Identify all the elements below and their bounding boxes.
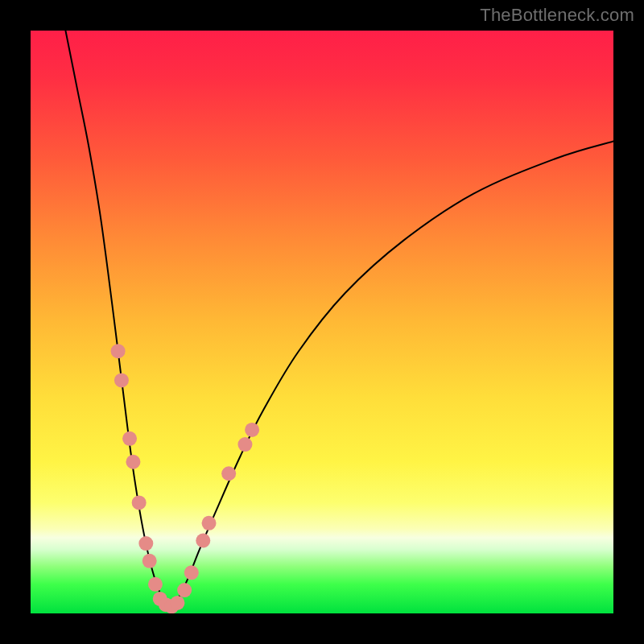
marker-dot	[184, 565, 199, 580]
marker-dot	[132, 495, 147, 510]
marker-dot	[111, 344, 126, 358]
chart-frame: TheBottleneck.com	[0, 0, 644, 644]
marker-dot	[126, 455, 140, 469]
marker-dot	[138, 536, 153, 551]
marker-layer	[111, 344, 260, 613]
marker-dot	[177, 583, 192, 597]
marker-dot	[170, 596, 184, 610]
watermark-text: TheBottleneck.com	[480, 5, 634, 26]
marker-dot	[142, 554, 157, 568]
marker-dot	[245, 423, 259, 437]
plot-area	[31, 31, 613, 613]
marker-dot	[202, 516, 217, 530]
marker-dot	[221, 466, 236, 481]
marker-dot	[122, 431, 137, 446]
curve-right-curve	[171, 142, 613, 608]
marker-dot	[196, 534, 210, 548]
chart-svg	[31, 31, 613, 613]
curve-left-curve	[65, 31, 170, 608]
curve-layer	[65, 31, 613, 608]
marker-dot	[114, 373, 129, 387]
marker-dot	[148, 577, 163, 592]
marker-dot	[237, 437, 252, 452]
